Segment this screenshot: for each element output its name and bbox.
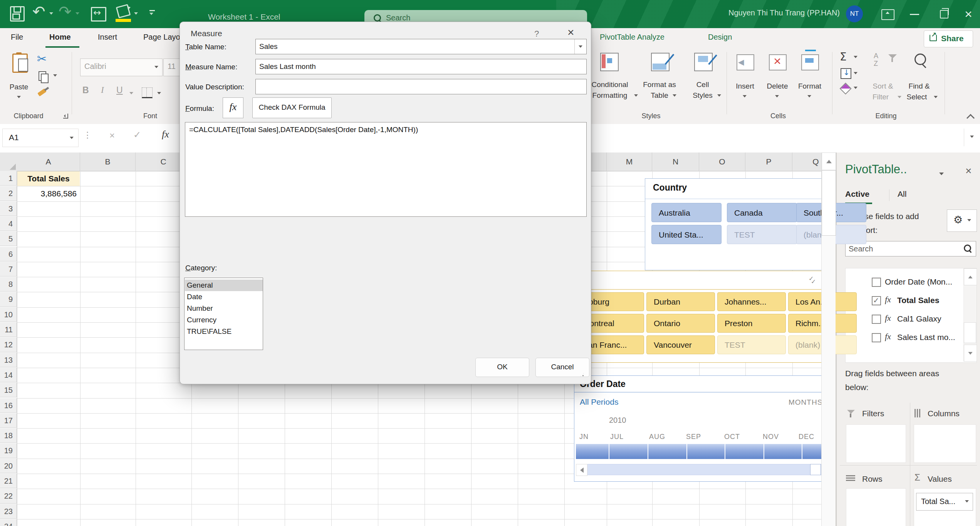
tab-file[interactable]: File bbox=[11, 33, 23, 42]
cancel-entry-icon[interactable]: × bbox=[109, 130, 115, 141]
row-header-22[interactable]: 22 bbox=[0, 489, 17, 503]
row-header-18[interactable]: 18 bbox=[0, 428, 17, 443]
row-header-7[interactable]: 7 bbox=[0, 262, 17, 276]
delete-cells-dropdown-icon[interactable] bbox=[775, 95, 779, 97]
slicer-button-preston[interactable]: Preston bbox=[717, 314, 786, 333]
timeline-level-dropdown[interactable]: MONTHS bbox=[789, 398, 822, 407]
borders-dropdown-icon[interactable] bbox=[157, 92, 161, 94]
column-header-N[interactable]: N bbox=[652, 152, 699, 171]
underline-button[interactable]: U bbox=[116, 85, 123, 95]
sort-filter-label-2[interactable]: Filter bbox=[863, 93, 898, 101]
column-header-M[interactable]: M bbox=[607, 152, 652, 171]
row-header-17[interactable]: 17 bbox=[0, 413, 17, 428]
find-select-icon[interactable] bbox=[915, 54, 926, 65]
multi-select-icon[interactable]: ✓✓ bbox=[808, 275, 819, 286]
enter-entry-icon[interactable]: ✓ bbox=[133, 129, 141, 140]
find-select-dropdown-icon[interactable] bbox=[934, 96, 938, 98]
ribbon-display-options-icon[interactable] bbox=[881, 9, 894, 20]
grid-vertical-scrollbar[interactable] bbox=[821, 152, 836, 526]
cell-a2[interactable]: 3,886,586 bbox=[17, 186, 77, 201]
pane-tab-active[interactable]: Active bbox=[845, 189, 869, 199]
row-header-16[interactable]: 16 bbox=[0, 398, 17, 413]
tab-pivottable-analyze[interactable]: PivotTable Analyze bbox=[600, 33, 665, 42]
row-header-23[interactable]: 23 bbox=[0, 504, 17, 519]
cell-a1[interactable]: Total Sales bbox=[17, 171, 80, 186]
scroll-up-icon[interactable] bbox=[822, 152, 836, 170]
row-header-9[interactable]: 9 bbox=[0, 292, 17, 307]
category-listbox[interactable]: GeneralDateNumberCurrencyTRUE\FALSE bbox=[184, 278, 263, 350]
field-row-cal1-galaxy[interactable]: fxCal1 Galaxy bbox=[846, 311, 961, 328]
field-row-order-date-mon-[interactable]: Order Date (Mon... bbox=[846, 274, 961, 291]
bold-button[interactable]: B bbox=[82, 85, 89, 95]
row-header-1[interactable]: 1 bbox=[0, 171, 17, 186]
field-list-scroll-down-icon[interactable] bbox=[964, 345, 977, 362]
row-header-10[interactable]: 10 bbox=[0, 307, 17, 322]
collapse-ribbon-icon[interactable] bbox=[967, 114, 975, 122]
row-header-11[interactable]: 11 bbox=[0, 322, 17, 337]
row-header-6[interactable]: 6 bbox=[0, 247, 17, 261]
field-list-scroll-up-icon[interactable] bbox=[964, 268, 977, 285]
table-name-combo[interactable]: Sales bbox=[255, 39, 587, 54]
column-width-icon[interactable] bbox=[91, 7, 106, 22]
field-list-scrollbar[interactable] bbox=[963, 268, 977, 362]
underline-dropdown-icon[interactable] bbox=[129, 92, 133, 94]
conditional-formatting-label-2[interactable]: Formatting bbox=[585, 91, 635, 100]
fill-dropdown-icon[interactable] bbox=[854, 72, 858, 74]
format-cells-dropdown-icon[interactable] bbox=[807, 95, 811, 97]
cell-styles-icon[interactable] bbox=[694, 53, 713, 71]
tab-design[interactable]: Design bbox=[708, 33, 732, 42]
row-header-20[interactable]: 20 bbox=[0, 459, 17, 473]
row-header-24[interactable]: 24 bbox=[0, 519, 17, 526]
timeline-scroll-left-icon[interactable] bbox=[576, 464, 587, 476]
name-box[interactable]: A1 bbox=[2, 129, 79, 147]
clear-dropdown-icon[interactable] bbox=[854, 87, 858, 89]
font-name-combo[interactable]: Calibri bbox=[80, 59, 163, 76]
slicer-button-canada[interactable]: Canada bbox=[727, 203, 797, 222]
minimize-button[interactable] bbox=[910, 14, 919, 15]
undo-dropdown-icon[interactable] bbox=[49, 12, 53, 15]
autosum-icon[interactable]: Σ bbox=[840, 50, 847, 63]
row-header-5[interactable]: 5 bbox=[0, 231, 17, 246]
column-header-P[interactable]: P bbox=[745, 152, 792, 171]
category-option-3[interactable]: Number bbox=[185, 303, 263, 314]
paste-icon[interactable] bbox=[12, 54, 28, 73]
field-checkbox[interactable] bbox=[872, 278, 881, 287]
dialog-help-icon[interactable]: ? bbox=[534, 29, 539, 39]
column-header-B[interactable]: B bbox=[80, 152, 136, 171]
sort-filter-label-1[interactable]: Sort & bbox=[865, 82, 901, 90]
copy-icon[interactable] bbox=[39, 71, 46, 81]
undo-icon[interactable]: ↶ bbox=[32, 4, 45, 19]
sort-filter-funnel-icon[interactable] bbox=[888, 54, 897, 59]
fill-color-dropdown-icon[interactable] bbox=[134, 12, 138, 15]
format-cells-icon[interactable] bbox=[801, 54, 819, 70]
row-header-14[interactable]: 14 bbox=[0, 368, 17, 382]
clear-icon[interactable] bbox=[839, 82, 851, 94]
save-icon[interactable] bbox=[10, 6, 25, 22]
field-list-scrollbar-thumb[interactable] bbox=[964, 322, 976, 343]
insert-cells-dropdown-icon[interactable] bbox=[743, 95, 747, 97]
timeline-scrollbar-track[interactable] bbox=[576, 464, 832, 475]
cell-styles-label-1[interactable]: Cell bbox=[683, 80, 722, 89]
fill-color-icon[interactable] bbox=[116, 4, 131, 18]
pane-options-dropdown-icon[interactable] bbox=[939, 173, 944, 175]
slicer-button-test[interactable]: TEST bbox=[717, 335, 786, 354]
italic-button[interactable]: I bbox=[101, 85, 104, 95]
insert-function-icon[interactable]: fx bbox=[162, 129, 169, 140]
format-as-table-dropdown-icon[interactable] bbox=[673, 94, 676, 97]
format-cells-label[interactable]: Format bbox=[790, 82, 829, 90]
slicer-button-australia[interactable]: Australia bbox=[651, 203, 722, 222]
field-row-sales-last-mo-[interactable]: fxSales Last mo... bbox=[846, 329, 961, 346]
expand-formula-bar-icon[interactable] bbox=[970, 136, 974, 138]
row-header-13[interactable]: 13 bbox=[0, 353, 17, 367]
category-option-4[interactable]: Currency bbox=[185, 314, 263, 326]
slicer-button-united-sta-[interactable]: United Sta... bbox=[651, 225, 722, 244]
measure-name-input[interactable]: Sales Last month bbox=[255, 59, 587, 74]
clipboard-dialog-launcher-icon[interactable] bbox=[63, 114, 68, 119]
conditional-formatting-label-1[interactable]: Conditional bbox=[585, 80, 635, 89]
check-dax-formula-button[interactable]: Check DAX Formula bbox=[252, 97, 332, 118]
delete-cells-icon[interactable] bbox=[769, 54, 787, 70]
cell-styles-label-2[interactable]: Styles bbox=[683, 91, 722, 100]
row-header-12[interactable]: 12 bbox=[0, 337, 17, 352]
format-as-table-label-1[interactable]: Format as bbox=[636, 80, 683, 89]
values-field-chip[interactable]: Total Sa... bbox=[916, 493, 973, 511]
